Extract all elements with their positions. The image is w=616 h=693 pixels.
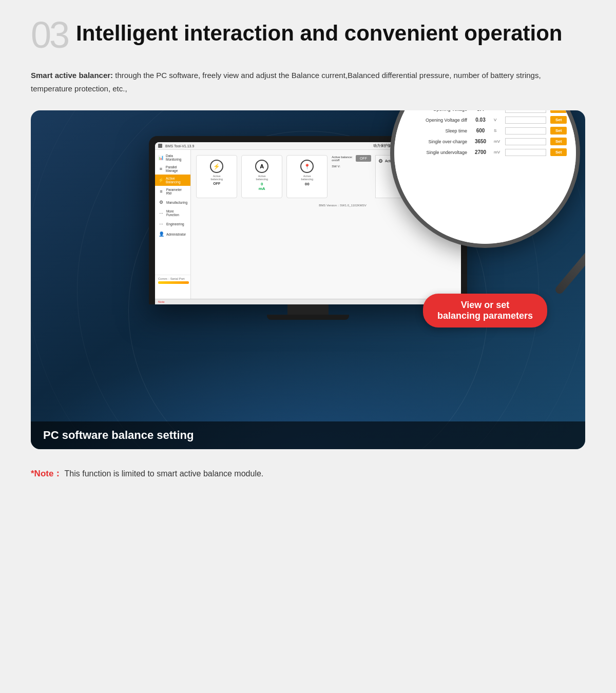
mag-row-7: Single undervoltage 2700 mV Set <box>400 148 570 156</box>
card2-label: Activebalancing <box>246 175 278 181</box>
tooltip-line1: View or set <box>461 300 510 310</box>
mag-unit-6: mV <box>494 139 501 144</box>
page-wrapper: 03 Intelligent interaction and convenien… <box>0 0 616 500</box>
mag-set-6[interactable]: Set <box>550 138 567 145</box>
mag-label-5: Sleep time <box>400 128 467 133</box>
mag-label-3: Opening Voltage <box>400 110 467 112</box>
magnified-content: ⚙ balance parameter reading/setting Bala… <box>394 110 576 244</box>
mag-val-3: 3.4 <box>471 110 490 112</box>
mag-label-7: Single undervoltage <box>400 150 467 155</box>
description: Smart active balancer: through the PC so… <box>31 69 575 95</box>
card3-value: 00 <box>291 182 323 186</box>
sidebar-item-admin[interactable]: 👤 Administrator <box>155 229 190 239</box>
sidebar-label-4: Manufacturing <box>166 201 187 204</box>
card2-icon: A <box>255 160 268 173</box>
main-image-container: BMS Tool-V1.13.9 动力保护版 Refresh Comm Sett… <box>31 110 585 449</box>
mag-row-4: Opening Voltage diff 0.03 V Set <box>400 116 570 124</box>
note-label: *Note： <box>31 469 62 478</box>
mag-unit-5: S <box>494 128 501 133</box>
mag-input-6[interactable] <box>505 138 546 145</box>
mag-row-6: Single over-charge 3650 mV Set <box>400 138 570 145</box>
mag-row-5: Sleep time 600 S Set <box>400 127 570 134</box>
sidebar-item-active-balancing[interactable]: ⚡ Active Balancing <box>155 175 190 186</box>
mag-val-7: 2700 <box>471 149 490 155</box>
sidebar-label-1: Parallel Manage <box>166 165 187 172</box>
sw-v-label: SW V: <box>332 165 371 168</box>
mag-row-3: Opening Voltage 3.4 V Set <box>400 110 570 113</box>
chart-icon: 📊 <box>158 155 164 161</box>
mag-input-5[interactable] <box>505 127 546 134</box>
note-text-content: This function is limited to smart active… <box>65 469 264 478</box>
sidebar-label-3: Parameter RW <box>166 188 188 195</box>
mag-input-4[interactable] <box>505 117 546 124</box>
progress-fill <box>158 281 189 284</box>
control-area: Active balance:on/off OFF SW V: <box>332 155 371 198</box>
card1-icon: ⚡ <box>210 160 223 173</box>
note-text: Note <box>158 300 165 303</box>
mag-unit-7: mV <box>494 150 501 155</box>
bms-sidebar: 📊 Data Monitoring ≡ Parallel Manage ⚡ <box>155 150 191 299</box>
balance-card-3: 📍 Activebalancing 00 <box>286 155 328 198</box>
description-bold: Smart active balancer: <box>31 71 113 80</box>
active-balance-control: Active balance:on/off OFF <box>332 155 371 162</box>
ab-label: Active balance:on/off <box>332 156 353 162</box>
list-icon: ≡ <box>158 166 164 172</box>
monitor-base <box>267 315 349 320</box>
param-icon: ≡ <box>158 188 164 195</box>
card3-icon: 📍 <box>300 160 314 173</box>
balance-icon: ⚡ <box>158 177 164 183</box>
mag-set-7[interactable]: Set <box>550 148 567 156</box>
sidebar-label-0: Data Monitoring <box>166 154 187 161</box>
mag-unit-3: V <box>494 110 501 111</box>
sidebar-item-engineering[interactable]: ··· Engineering <box>155 219 190 229</box>
magnifier-glass: ⚙ balance parameter reading/setting Bala… <box>390 110 580 248</box>
sidebar-label-5: More Function <box>166 209 187 217</box>
sidebar-label-7: Administrator <box>166 233 186 236</box>
header-section: 03 Intelligent interaction and convenien… <box>31 21 585 53</box>
sidebar-label-6: Engineering <box>166 222 184 226</box>
sidebar-item-parameter[interactable]: ≡ Parameter RW <box>155 186 190 197</box>
eng-icon: ··· <box>158 221 164 227</box>
bms-title: BMS Tool-V1.13.9 <box>165 144 370 148</box>
card3-label: Activebalancing <box>291 175 323 181</box>
ab-off-btn[interactable]: OFF <box>356 155 371 162</box>
balance-card-2: A Activebalancing 0mA <box>241 155 282 198</box>
page-title: Intelligent interaction and convenient o… <box>76 21 562 46</box>
comm-label: Comm：Serial Port <box>158 277 187 281</box>
admin-icon: 👤 <box>158 231 164 237</box>
card2-value: 0mA <box>246 182 278 191</box>
card1-label: Activebalancing <box>201 175 233 181</box>
mag-set-5[interactable]: Set <box>550 127 567 134</box>
mag-input-3[interactable] <box>505 110 546 113</box>
sidebar-item-parallel[interactable]: ≡ Parallel Manage <box>155 163 190 175</box>
tooltip-bubble: View or set balancing parameters <box>423 294 547 328</box>
mag-label-6: Single over-charge <box>400 139 467 144</box>
sidebar-label-2: Active Balancing <box>166 177 187 184</box>
more-icon: ··· <box>158 210 164 216</box>
step-number: 03 <box>31 16 68 53</box>
mag-set-3[interactable]: Set <box>550 110 567 113</box>
mag-val-4: 0.03 <box>471 117 490 123</box>
monitor-stand <box>287 304 329 315</box>
sidebar-item-more[interactable]: ··· More Function <box>155 207 190 219</box>
magnifier: ⚙ balance parameter reading/setting Bala… <box>390 110 580 320</box>
card1-status: OFF <box>201 182 233 185</box>
note-section: *Note： This function is limited to smart… <box>31 468 585 479</box>
mag-set-4[interactable]: Set <box>550 116 567 124</box>
mag-input-7[interactable] <box>505 149 546 156</box>
mag-label-4: Opening Voltage diff <box>400 118 467 123</box>
tooltip-line2: balancing parameters <box>437 311 533 321</box>
progress-bar <box>158 281 189 284</box>
sidebar-item-manufacturing[interactable]: ⚙ Manufacturing <box>155 197 190 207</box>
power-label: 动力保护版 <box>373 143 391 148</box>
app-icon <box>158 144 162 148</box>
label-bar: PC software balance setting <box>31 421 585 449</box>
sidebar-item-data-monitoring[interactable]: 📊 Data Monitoring <box>155 152 190 163</box>
gear-icon: ⚙ <box>158 199 164 205</box>
mag-val-6: 3650 <box>471 139 490 144</box>
balance-card-1: ⚡ Activebalancing OFF <box>196 155 237 198</box>
mag-val-5: 600 <box>471 128 490 133</box>
mag-unit-4: V <box>494 118 501 122</box>
